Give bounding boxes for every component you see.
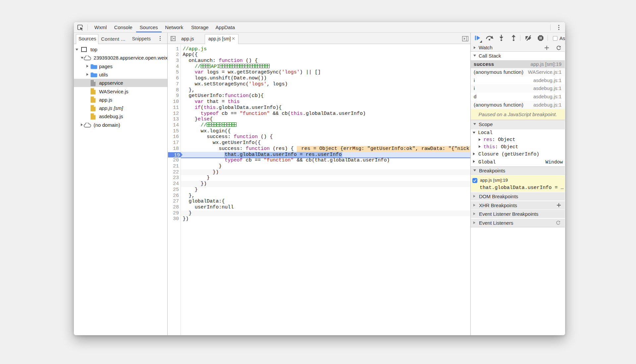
svg-text:19: 19 — [174, 152, 180, 158]
